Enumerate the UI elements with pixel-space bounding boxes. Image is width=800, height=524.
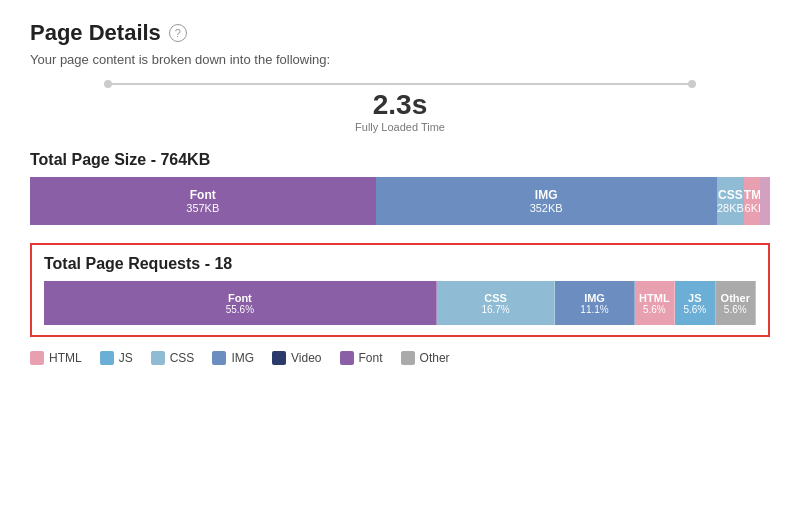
loaded-time-value: 2.3s — [373, 91, 428, 119]
page-size-bar: Font357KBIMG352KBCSS28KBHTML16KB — [30, 177, 770, 225]
legend-label: HTML — [49, 351, 82, 365]
legend-item: JS — [100, 351, 133, 365]
legend-label: CSS — [170, 351, 195, 365]
legend-label: Video — [291, 351, 321, 365]
legend-item: Video — [272, 351, 321, 365]
page-requests-title: Total Page Requests - 18 — [44, 255, 756, 273]
page-title-row: Page Details ? — [30, 20, 770, 46]
help-icon[interactable]: ? — [169, 24, 187, 42]
legend-color — [401, 351, 415, 365]
legend: HTMLJSCSSIMGVideoFontOther — [30, 351, 770, 365]
page-requests-segment: CSS16.7% — [437, 281, 556, 325]
legend-label: Other — [420, 351, 450, 365]
legend-color — [100, 351, 114, 365]
page-requests-segment: HTML5.6% — [635, 281, 675, 325]
page-size-segment — [760, 177, 770, 225]
loaded-time-info: 2.3s Fully Loaded Time — [355, 91, 445, 133]
legend-item: Font — [340, 351, 383, 365]
page-size-segment: CSS28KB — [717, 177, 744, 225]
legend-label: Font — [359, 351, 383, 365]
page-size-title: Total Page Size - 764KB — [30, 151, 770, 169]
legend-color — [212, 351, 226, 365]
page-size-segment: Font357KB — [30, 177, 376, 225]
legend-color — [340, 351, 354, 365]
subtitle: Your page content is broken down into th… — [30, 52, 770, 67]
legend-item: HTML — [30, 351, 82, 365]
timeline-line — [104, 83, 696, 85]
page-requests-segment: Font55.6% — [44, 281, 437, 325]
page-size-segment: HTML16KB — [744, 177, 760, 225]
legend-color — [151, 351, 165, 365]
legend-item: IMG — [212, 351, 254, 365]
legend-item: Other — [401, 351, 450, 365]
legend-item: CSS — [151, 351, 195, 365]
page-title: Page Details — [30, 20, 161, 46]
loaded-time-label: Fully Loaded Time — [355, 121, 445, 133]
page-requests-box: Total Page Requests - 18 Font55.6%CSS16.… — [30, 243, 770, 337]
legend-color — [272, 351, 286, 365]
page-requests-bar: Font55.6%CSS16.7%IMG11.1%HTML5.6%JS5.6%O… — [44, 281, 756, 325]
page-requests-segment: Other5.6% — [716, 281, 756, 325]
page-requests-segment: JS5.6% — [675, 281, 715, 325]
legend-color — [30, 351, 44, 365]
page-size-segment: IMG352KB — [376, 177, 717, 225]
loaded-time-section: 2.3s Fully Loaded Time — [30, 83, 770, 133]
legend-label: IMG — [231, 351, 254, 365]
legend-label: JS — [119, 351, 133, 365]
page-requests-segment: IMG11.1% — [555, 281, 634, 325]
